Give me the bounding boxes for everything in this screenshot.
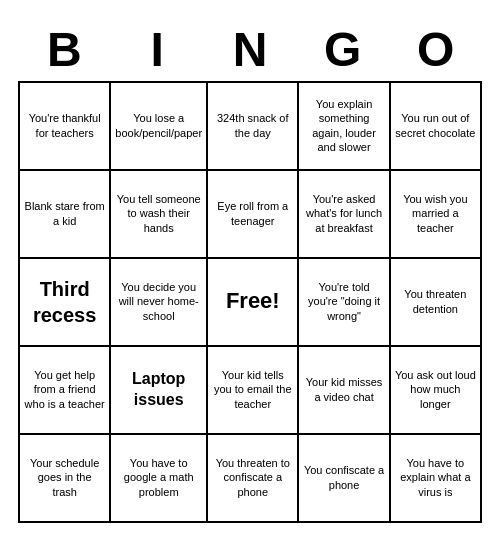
bingo-cell[interactable]: You lose a book/pencil/paper xyxy=(111,83,208,171)
bingo-cell[interactable]: Laptop issues xyxy=(111,347,208,435)
bingo-cell[interactable]: You're thankful for teachers xyxy=(20,83,111,171)
bingo-cell[interactable]: You run out of secret chocolate xyxy=(391,83,482,171)
letter-n: N xyxy=(206,22,294,77)
letter-o: O xyxy=(392,22,480,77)
bingo-cell[interactable]: Your schedule goes in the trash xyxy=(20,435,111,523)
bingo-cell[interactable]: You decide you will never home-school xyxy=(111,259,208,347)
bingo-cell[interactable]: Your kid misses a video chat xyxy=(299,347,390,435)
bingo-cell[interactable]: You get help from a friend who is a teac… xyxy=(20,347,111,435)
bingo-cell[interactable]: 324th snack of the day xyxy=(208,83,299,171)
bingo-cell[interactable]: You threaten to confiscate a phone xyxy=(208,435,299,523)
bingo-cell[interactable]: You tell someone to wash their hands xyxy=(111,171,208,259)
letter-i: I xyxy=(113,22,201,77)
bingo-cell[interactable]: You have to google a math problem xyxy=(111,435,208,523)
bingo-card: B I N G O You're thankful for teachersYo… xyxy=(10,14,490,531)
bingo-cell[interactable]: You explain something again, louder and … xyxy=(299,83,390,171)
bingo-cell[interactable]: You ask out loud how much longer xyxy=(391,347,482,435)
bingo-cell[interactable]: Free! xyxy=(208,259,299,347)
bingo-cell[interactable]: Third recess xyxy=(20,259,111,347)
bingo-cell[interactable]: Eye roll from a teenager xyxy=(208,171,299,259)
bingo-cell[interactable]: You're asked what's for lunch at breakfa… xyxy=(299,171,390,259)
bingo-cell[interactable]: You threaten detention xyxy=(391,259,482,347)
letter-b: B xyxy=(20,22,108,77)
bingo-header: B I N G O xyxy=(18,22,482,77)
bingo-grid: You're thankful for teachersYou lose a b… xyxy=(18,81,482,523)
bingo-cell[interactable]: You confiscate a phone xyxy=(299,435,390,523)
bingo-cell[interactable]: You wish you married a teacher xyxy=(391,171,482,259)
letter-g: G xyxy=(299,22,387,77)
bingo-cell[interactable]: Your kid tells you to email the teacher xyxy=(208,347,299,435)
bingo-cell[interactable]: You're told you're "doing it wrong" xyxy=(299,259,390,347)
bingo-cell[interactable]: Blank stare from a kid xyxy=(20,171,111,259)
bingo-cell[interactable]: You have to explain what a virus is xyxy=(391,435,482,523)
